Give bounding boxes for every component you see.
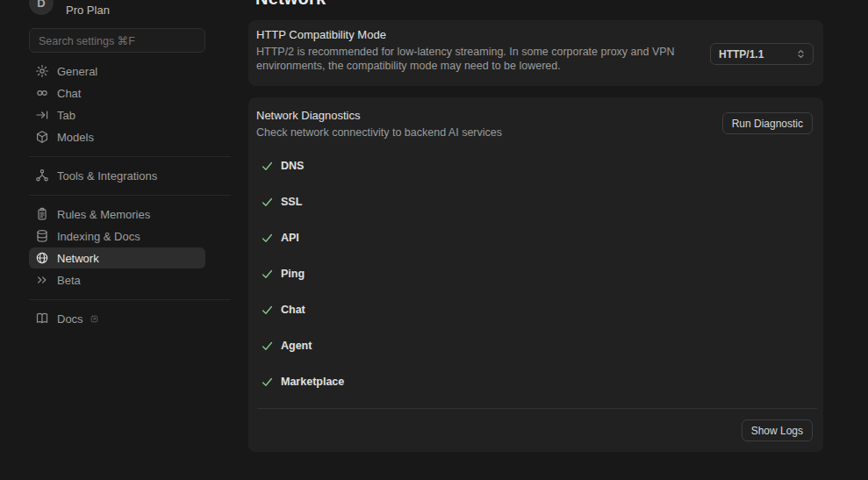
avatar[interactable]: D <box>29 0 54 15</box>
check-icon <box>261 268 274 281</box>
run-diagnostic-button[interactable]: Run Diagnostic <box>722 112 813 134</box>
sidebar-item-network[interactable]: Network <box>29 247 205 269</box>
check-icon <box>261 304 274 317</box>
tab-arrow-icon <box>35 108 49 122</box>
updown-chevron-icon <box>795 48 807 60</box>
search-placeholder: Search settings ⌘F <box>39 34 135 47</box>
book-icon <box>35 312 49 326</box>
external-link-icon <box>90 314 99 324</box>
page-title: Network <box>255 0 326 7</box>
database-icon <box>35 229 49 243</box>
sidebar-item-tools-integrations[interactable]: Tools & Integrations <box>29 165 205 186</box>
diagnostic-item-label: Chat <box>281 304 305 316</box>
http-version-select-value: HTTP/1.1 <box>719 48 764 61</box>
sidebar-divider <box>29 195 231 196</box>
diagnostics-list: DNSSSLAPIPingChatAgentMarketplace <box>261 155 344 407</box>
sidebar-item-label: General <box>57 65 97 78</box>
card-divider <box>257 408 817 409</box>
sidebar-nav: GeneralChatTabModelsTools & Integrations… <box>29 61 205 330</box>
diagnostic-item-label: DNS <box>281 160 304 172</box>
cube-icon <box>35 130 49 144</box>
diagnostic-item-ping: Ping <box>261 263 344 284</box>
sidebar-item-general[interactable]: General <box>29 61 205 82</box>
sidebar: D Pro Plan Search settings ⌘F GeneralCha… <box>0 0 248 480</box>
check-icon <box>261 232 274 245</box>
settings-window: D Pro Plan Search settings ⌘F GeneralCha… <box>0 0 868 480</box>
sidebar-item-label: Indexing & Docs <box>57 230 140 243</box>
show-logs-button[interactable]: Show Logs <box>742 419 813 441</box>
check-icon <box>261 340 274 353</box>
sidebar-item-models[interactable]: Models <box>29 126 205 147</box>
sidebar-divider <box>29 299 231 300</box>
sidebar-item-label: Network <box>57 252 99 265</box>
check-icon <box>261 196 274 209</box>
diagnostic-item-label: API <box>281 232 299 244</box>
main-content: Network HTTP Compatibility Mode HTTP/2 i… <box>248 0 868 480</box>
sidebar-item-beta[interactable]: Beta <box>29 269 205 290</box>
clipboard-icon <box>35 207 49 221</box>
sidebar-item-label: Beta <box>57 274 81 287</box>
diagnostic-item-label: Ping <box>281 268 305 280</box>
diagnostic-item-label: SSL <box>281 196 302 208</box>
sidebar-item-rules-memories[interactable]: Rules & Memories <box>29 204 205 225</box>
check-icon <box>261 160 274 173</box>
double-chevron-icon <box>35 273 49 287</box>
diagnostic-item-label: Marketplace <box>281 376 344 388</box>
http-card-title: HTTP Compatibility Mode <box>256 28 386 41</box>
search-input[interactable]: Search settings ⌘F <box>29 28 205 53</box>
gear-icon <box>35 64 49 78</box>
sidebar-divider <box>29 156 231 157</box>
sidebar-item-label: Chat <box>57 87 81 100</box>
sidebar-item-label: Tools & Integrations <box>57 169 157 183</box>
http-version-select[interactable]: HTTP/1.1 <box>710 43 814 65</box>
diagnostic-item-dns: DNS <box>261 155 344 176</box>
diagnostic-item-chat: Chat <box>261 299 344 320</box>
http-compatibility-card: HTTP Compatibility Mode HTTP/2 is recomm… <box>248 20 823 86</box>
check-icon <box>261 376 274 389</box>
avatar-initial: D <box>37 0 45 10</box>
sidebar-item-indexing-docs[interactable]: Indexing & Docs <box>29 226 205 247</box>
network-diagnostics-card: Network Diagnostics Check network connec… <box>248 97 823 452</box>
account-plan-label: Pro Plan <box>66 4 110 17</box>
diagnostic-item-agent: Agent <box>261 335 344 356</box>
sidebar-item-label: Rules & Memories <box>57 208 150 221</box>
sidebar-item-chat[interactable]: Chat <box>29 82 205 104</box>
sidebar-item-label: Docs <box>57 312 83 326</box>
diagnostics-card-description: Check network connectivity to backend AI… <box>256 125 748 140</box>
infinity-icon <box>35 86 49 100</box>
http-card-description: HTTP/2 is recommended for low-latency st… <box>256 45 697 73</box>
globe-icon <box>35 251 49 265</box>
sidebar-item-docs[interactable]: Docs <box>29 308 205 329</box>
sidebar-item-label: Tab <box>57 109 75 122</box>
diagnostic-item-label: Agent <box>281 340 312 352</box>
integrations-icon <box>35 168 49 183</box>
diagnostic-item-ssl: SSL <box>261 191 344 212</box>
diagnostics-card-title: Network Diagnostics <box>256 109 361 122</box>
sidebar-item-label: Models <box>57 131 94 144</box>
diagnostic-item-api: API <box>261 227 344 248</box>
diagnostic-item-marketplace: Marketplace <box>261 371 344 392</box>
sidebar-item-tab[interactable]: Tab <box>29 104 205 125</box>
